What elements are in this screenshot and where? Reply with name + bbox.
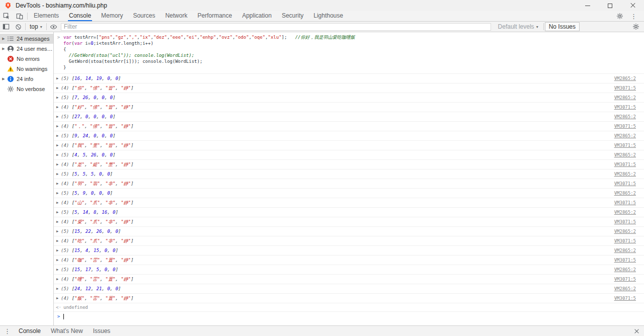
source-location-link[interactable]: VM2865:2 [614, 191, 636, 196]
source-location-link[interactable]: VM3071:5 [614, 238, 636, 243]
sidebar-item-24-messages[interactable]: ▶24 messages [0, 34, 53, 44]
array-string-value: "晉" [105, 143, 115, 148]
inspect-element-button[interactable] [0, 11, 13, 21]
array-length-badge: (4) [61, 258, 72, 263]
execution-context-selector[interactable]: top ▾ [27, 23, 45, 30]
drawer-menu-icon[interactable]: ⋮ [0, 327, 14, 335]
code-line: } [63, 64, 355, 70]
code-token: ]; [282, 35, 295, 40]
tab-performance[interactable]: Performance [192, 11, 237, 21]
bracket: ] [131, 200, 133, 205]
console-settings-button[interactable] [630, 22, 642, 32]
source-location-link[interactable]: VM2865:2 [614, 172, 636, 177]
maximize-button[interactable] [599, 0, 621, 11]
tab-network[interactable]: Network [160, 11, 192, 21]
expand-arrow-icon[interactable]: ▶ [54, 229, 61, 233]
more-menu-icon[interactable]: ⋮ [626, 13, 641, 20]
expand-arrow-icon[interactable]: ▶ [54, 76, 61, 80]
source-location-link[interactable]: VM3071:5 [614, 86, 636, 91]
devtools-settings-button[interactable] [613, 11, 626, 21]
drawer-tab-issues[interactable]: Issues [88, 327, 116, 334]
expand-arrow-icon[interactable]: ▶ [54, 153, 61, 157]
expand-arrow-icon[interactable]: ▶ [54, 86, 61, 90]
tab-console[interactable]: Console [64, 11, 96, 21]
tab-security[interactable]: Security [277, 11, 308, 21]
code-token: } [63, 65, 66, 70]
source-location-link[interactable]: VM2865:2 [614, 210, 636, 215]
close-drawer-button[interactable] [634, 326, 644, 335]
expand-arrow-icon[interactable]: ▶ [54, 182, 61, 186]
expand-arrow-icon[interactable]: ▶ [0, 77, 7, 81]
source-location-link[interactable]: VM2865:2 [614, 286, 636, 291]
expand-arrow-icon[interactable]: ▶ [54, 220, 61, 224]
minimize-button[interactable] [576, 0, 599, 11]
sidebar-item-no-verbose[interactable]: No verbose [0, 84, 53, 94]
expand-arrow-icon[interactable]: ▶ [54, 296, 61, 300]
expand-arrow-icon[interactable]: ▶ [54, 268, 61, 272]
expand-arrow-icon[interactable]: ▶ [54, 287, 61, 291]
sidebar-item-24-info[interactable]: ▶24 info [0, 74, 53, 84]
tab-application[interactable]: Application [237, 11, 277, 21]
live-expression-button[interactable] [48, 22, 60, 32]
expand-arrow-icon[interactable]: ▶ [0, 47, 7, 51]
issues-counter[interactable]: No Issues [545, 22, 580, 31]
source-location-link[interactable]: VM3071:5 [614, 181, 636, 186]
filter-input[interactable] [61, 23, 491, 31]
source-location-link[interactable]: VM2865:2 [614, 267, 636, 272]
array-preview: (5) [15, 17, 5, 0, 0] [61, 267, 118, 272]
bracket: ] [118, 286, 121, 291]
console-result-row: <· undefined [54, 303, 644, 312]
source-location-link[interactable]: VM2865:2 [614, 248, 636, 253]
source-location-link[interactable]: VM2865:2 [614, 152, 636, 157]
tab-memory[interactable]: Memory [96, 11, 128, 21]
expand-arrow-icon[interactable]: ▶ [54, 191, 61, 195]
tab-lighthouse[interactable]: Lighthouse [308, 11, 348, 21]
sidebar-item-no-warnings[interactable]: No warnings [0, 64, 53, 74]
console-sidebar-toggle-button[interactable] [0, 22, 12, 32]
source-location-link[interactable]: VM3071:5 [614, 258, 636, 263]
source-location-link[interactable]: VM2865:2 [614, 114, 636, 119]
expand-arrow-icon[interactable]: ▶ [54, 258, 61, 262]
close-button[interactable] [621, 0, 644, 11]
source-location-link[interactable]: VM3071:5 [614, 143, 636, 148]
source-location-link[interactable]: VM2865:2 [614, 133, 636, 138]
source-location-link[interactable]: VM2865:2 [614, 229, 636, 234]
expand-arrow-icon[interactable]: ▶ [0, 37, 7, 41]
drawer-tab-console[interactable]: Console [14, 327, 46, 334]
source-location-link[interactable]: VM2865:2 [614, 76, 636, 81]
source-location-link[interactable]: VM3071:5 [614, 277, 636, 282]
expand-arrow-icon[interactable]: ▶ [54, 143, 61, 147]
expand-arrow-icon[interactable]: ▶ [54, 105, 61, 109]
device-toolbar-button[interactable] [13, 11, 26, 21]
source-location-link[interactable]: VM2865:2 [614, 95, 636, 100]
sidebar-item-no-errors[interactable]: No errors [0, 54, 53, 64]
array-string-value: "晉" [105, 105, 115, 110]
source-location-link[interactable]: VM3071:5 [614, 296, 636, 301]
source-location-link[interactable]: VM3071:5 [614, 200, 636, 205]
expand-arrow-icon[interactable]: ▶ [54, 96, 61, 100]
source-location-link[interactable]: VM3071:5 [614, 105, 636, 110]
source-location-link[interactable]: VM3071:5 [614, 162, 636, 167]
tab-elements[interactable]: Elements [29, 11, 64, 21]
expand-arrow-icon[interactable]: ▶ [54, 124, 61, 128]
sidebar-item-24-user-mes-[interactable]: ▶24 user mes… [0, 44, 53, 54]
expand-arrow-icon[interactable]: ▶ [54, 172, 61, 176]
expand-arrow-icon[interactable]: ▶ [54, 239, 61, 243]
drawer-tab-what-s-new[interactable]: What's New [46, 327, 88, 334]
clear-console-button[interactable] [12, 22, 24, 32]
expand-arrow-icon[interactable]: ▶ [54, 115, 61, 119]
expand-arrow-icon[interactable]: ▶ [54, 248, 61, 253]
expand-arrow-icon[interactable]: ▶ [54, 201, 61, 205]
expand-arrow-icon[interactable]: ▶ [54, 134, 61, 138]
console-input-echo: > var testArr=["pns","gz",",","ix","dez"… [54, 32, 644, 74]
expand-arrow-icon[interactable]: ▶ [54, 162, 61, 166]
expand-arrow-icon[interactable]: ▶ [54, 277, 61, 281]
tab-sources[interactable]: Sources [128, 11, 160, 21]
comma: , [96, 133, 102, 138]
expand-arrow-icon[interactable]: ▶ [54, 210, 61, 214]
console-prompt[interactable]: > [54, 312, 644, 321]
source-location-link[interactable]: VM3071:5 [614, 124, 636, 129]
title-bar: DevTools - boshiamy.com/hliu.php [0, 0, 644, 11]
log-levels-dropdown[interactable]: Default levels ▾ [494, 23, 542, 30]
source-location-link[interactable]: VM3071:5 [614, 219, 636, 224]
